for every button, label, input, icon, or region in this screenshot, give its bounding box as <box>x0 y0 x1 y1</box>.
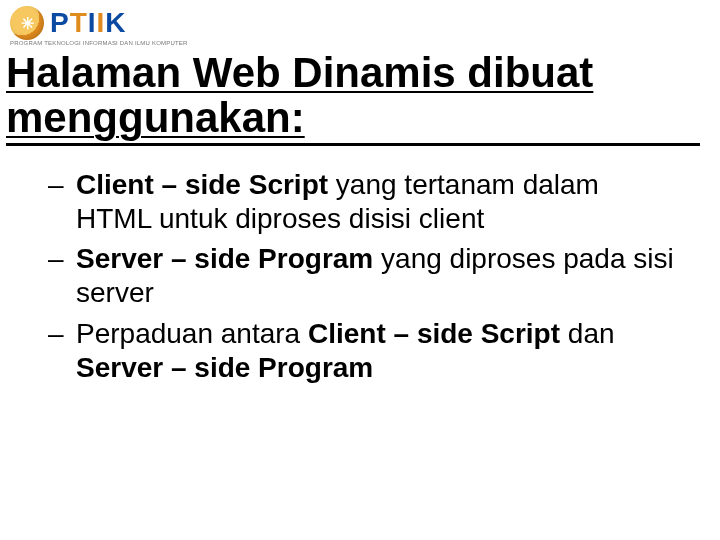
text-bold: Server – side Program <box>76 243 373 274</box>
text: Perpaduan antara <box>76 318 308 349</box>
text-bold: Client – side Script <box>76 169 328 200</box>
slide-body: – Client – side Script yang tertanam dal… <box>48 168 680 391</box>
list-item: – Perpaduan antara Client – side Script … <box>48 317 680 385</box>
logo-text: PTIIK <box>50 7 127 39</box>
slide-title: Halaman Web Dinamis dibuat menggunakan: <box>6 50 700 141</box>
logo: ✳ PTIIK <box>10 6 127 40</box>
text-bold: Server – side Program <box>76 352 373 383</box>
text-bold: Client – side Script <box>308 318 560 349</box>
bullet-dash: – <box>48 168 64 202</box>
logo-mark-icon: ✳ <box>10 6 44 40</box>
text: dan <box>560 318 615 349</box>
logo-letter-k: K <box>105 7 126 38</box>
slide: ✳ PTIIK PROGRAM TEKNOLOGI INFORMASI DAN … <box>0 0 720 540</box>
bullet-dash: – <box>48 317 64 351</box>
title-container: Halaman Web Dinamis dibuat menggunakan: <box>6 50 700 146</box>
list-item: – Server – side Program yang diproses pa… <box>48 242 680 310</box>
logo-letter-p: P <box>50 7 70 38</box>
logo-glyph: ✳ <box>21 14 34 33</box>
logo-letter-i1: I <box>88 7 97 38</box>
logo-letter-t: T <box>70 7 88 38</box>
logo-subtext: PROGRAM TEKNOLOGI INFORMASI DAN ILMU KOM… <box>10 40 188 46</box>
list-item: – Client – side Script yang tertanam dal… <box>48 168 680 236</box>
bullet-dash: – <box>48 242 64 276</box>
